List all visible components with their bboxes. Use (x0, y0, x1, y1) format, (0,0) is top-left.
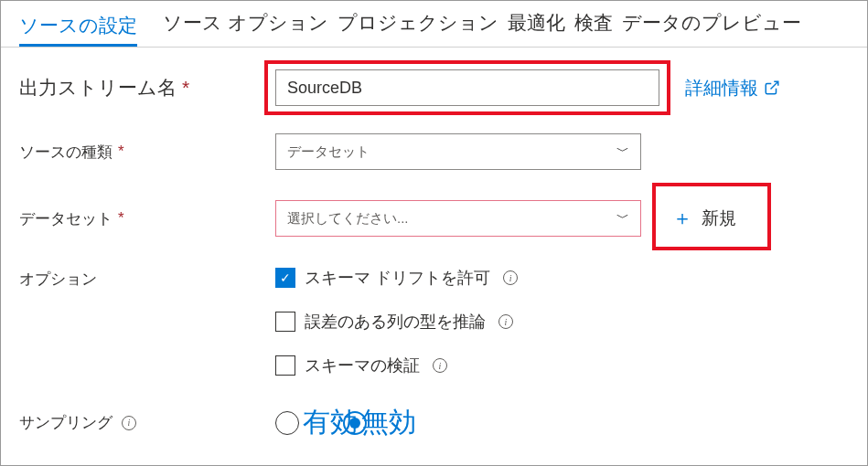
details-link-label: 詳細情報 (685, 76, 758, 101)
info-icon[interactable]: i (498, 314, 513, 329)
source-type-value: データセット (287, 143, 370, 161)
validate-schema-label: スキーマの検証 (305, 355, 420, 376)
sampling-enable-radio[interactable] (275, 411, 299, 435)
tab-source-options[interactable]: ソース オプション (163, 6, 328, 41)
sampling-disable-label: 無効 (361, 404, 416, 441)
info-icon[interactable]: i (503, 270, 518, 285)
output-stream-label: 出力ストリーム名 (19, 75, 177, 101)
required-indicator: * (118, 209, 124, 228)
output-stream-input[interactable] (275, 69, 659, 106)
tab-bar: ソースの設定 ソース オプション プロジェクション 最適化 検査 データのプレビ… (1, 1, 867, 48)
dataset-select[interactable]: 選択してください... ﹀ (275, 200, 641, 237)
tab-optimize[interactable]: 最適化 (508, 6, 565, 41)
new-button-label: 新規 (702, 207, 736, 230)
required-indicator: * (182, 77, 189, 99)
info-icon[interactable]: i (433, 358, 447, 373)
tab-projection[interactable]: プロジェクション (338, 6, 498, 41)
sampling-label: サンプリング (19, 412, 113, 433)
details-link[interactable]: 詳細情報 (685, 76, 780, 101)
options-label: オプション (19, 269, 97, 290)
dataset-placeholder: 選択してください... (287, 210, 409, 228)
tab-data-preview[interactable]: データのプレビュー (622, 6, 801, 41)
tab-source-settings[interactable]: ソースの設定 (19, 9, 137, 47)
chevron-down-icon: ﹀ (616, 143, 629, 160)
source-type-select[interactable]: データセット ﹀ (275, 133, 641, 170)
external-link-icon (764, 79, 780, 96)
chevron-down-icon: ﹀ (616, 210, 629, 227)
tab-inspect[interactable]: 検査 (574, 6, 613, 41)
validate-schema-checkbox[interactable] (275, 355, 295, 376)
schema-drift-checkbox[interactable]: ✓ (275, 268, 295, 288)
plus-icon: ＋ (672, 205, 692, 232)
new-dataset-button[interactable]: ＋ 新規 (659, 197, 749, 239)
info-icon[interactable]: i (122, 416, 136, 430)
source-type-label: ソースの種類 (19, 142, 113, 163)
infer-types-checkbox[interactable] (275, 312, 295, 332)
svg-line-0 (771, 81, 778, 89)
sampling-disable-radio[interactable] (343, 411, 367, 435)
infer-types-label: 誤差のある列の型を推論 (305, 311, 486, 333)
schema-drift-label: スキーマ ドリフトを許可 (305, 267, 490, 289)
dataset-label: データセット (19, 208, 113, 229)
required-indicator: * (118, 143, 124, 161)
